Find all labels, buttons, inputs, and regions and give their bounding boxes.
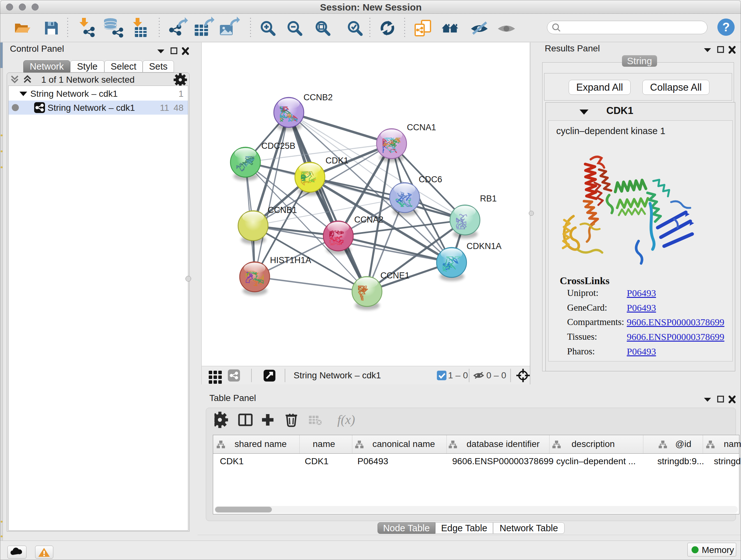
svg-text:CDKN1A: CDKN1A [467,241,502,251]
svg-text:HIST1H1A: HIST1H1A [270,255,311,265]
svg-text:CCNB2: CCNB2 [304,92,333,102]
svg-text:CDC25B: CDC25B [261,141,295,151]
svg-text:CCNB1: CCNB1 [268,205,297,215]
svg-text:CCNA1: CCNA1 [407,123,436,132]
svg-text:CCNA2: CCNA2 [354,215,384,225]
svg-text:CDC6: CDC6 [419,175,442,184]
svg-text:RB1: RB1 [480,194,497,203]
svg-text:f(x): f(x) [337,413,355,427]
svg-text:CDK1: CDK1 [326,156,348,165]
svg-text:CCNE1: CCNE1 [381,271,410,280]
